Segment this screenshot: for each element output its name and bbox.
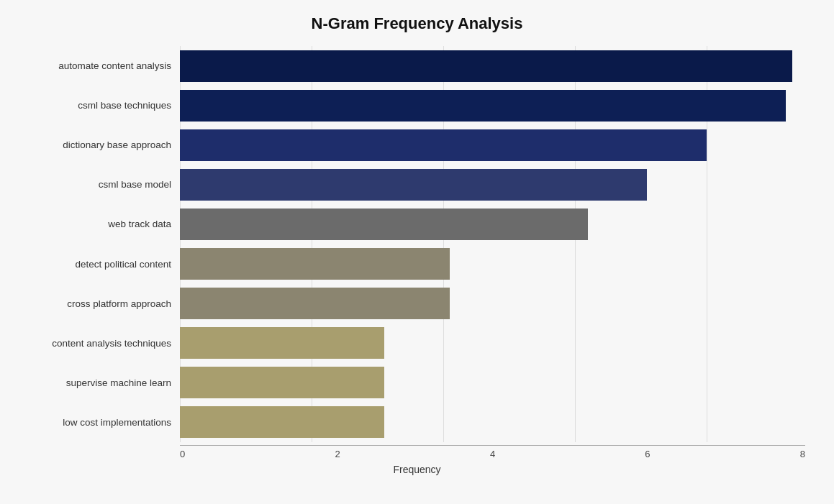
- bar-label: supervise machine learn: [29, 377, 180, 388]
- x-axis-label: Frequency: [29, 464, 805, 475]
- x-tick: 4: [490, 449, 495, 459]
- bar-track: [180, 284, 805, 324]
- bar-fill: [180, 327, 384, 359]
- bar-fill: [180, 209, 588, 240]
- bar-label: web track data: [29, 219, 180, 229]
- bar-track: [180, 363, 805, 403]
- bar-label: detect political content: [29, 259, 180, 270]
- bar-row: content analysis techniques: [29, 324, 805, 363]
- bar-track: [180, 86, 805, 125]
- bar-track: [180, 324, 805, 363]
- x-tick: 8: [800, 449, 805, 459]
- x-tick: 2: [335, 449, 340, 459]
- bar-row: web track data: [29, 204, 805, 244]
- chart-area: automate content analysiscsml base techn…: [29, 46, 805, 442]
- bar-label: content analysis techniques: [29, 338, 180, 349]
- bar-row: dictionary base approach: [29, 125, 805, 165]
- bar-row: cross platform approach: [29, 284, 805, 324]
- bar-row: low cost implementations: [29, 403, 805, 442]
- bars-column: automate content analysiscsml base techn…: [29, 46, 805, 442]
- x-tick: 6: [645, 449, 650, 459]
- bar-label: csml base techniques: [29, 100, 180, 111]
- chart-title: N-Gram Frequency Analysis: [312, 14, 523, 33]
- bar-track: [180, 204, 805, 244]
- bar-fill: [180, 288, 450, 319]
- bar-fill: [180, 248, 450, 280]
- bar-fill: [180, 367, 384, 398]
- bar-track: [180, 165, 805, 204]
- bar-fill: [180, 129, 707, 161]
- bar-track: [180, 125, 805, 165]
- bar-label: dictionary base approach: [29, 139, 180, 150]
- bar-row: csml base techniques: [29, 86, 805, 125]
- bar-label: csml base model: [29, 179, 180, 190]
- bar-fill: [180, 50, 792, 82]
- bar-fill: [180, 90, 786, 122]
- bar-row: supervise machine learn: [29, 363, 805, 403]
- bar-label: cross platform approach: [29, 298, 180, 309]
- bar-label: low cost implementations: [29, 417, 180, 428]
- bar-fill: [180, 169, 647, 201]
- x-tick: 0: [180, 449, 185, 459]
- bar-track: [180, 244, 805, 283]
- x-axis-area: 02468 Frequency: [29, 445, 805, 475]
- bar-row: csml base model: [29, 165, 805, 204]
- bar-fill: [180, 406, 384, 438]
- chart-container: automate content analysiscsml base techn…: [29, 46, 805, 475]
- bar-row: detect political content: [29, 244, 805, 283]
- bar-row: automate content analysis: [29, 46, 805, 86]
- x-axis-ticks: 02468: [180, 446, 805, 459]
- bar-track: [180, 46, 805, 86]
- bar-track: [180, 403, 805, 442]
- bar-label: automate content analysis: [29, 60, 180, 71]
- grid-and-bars: automate content analysiscsml base techn…: [29, 46, 805, 442]
